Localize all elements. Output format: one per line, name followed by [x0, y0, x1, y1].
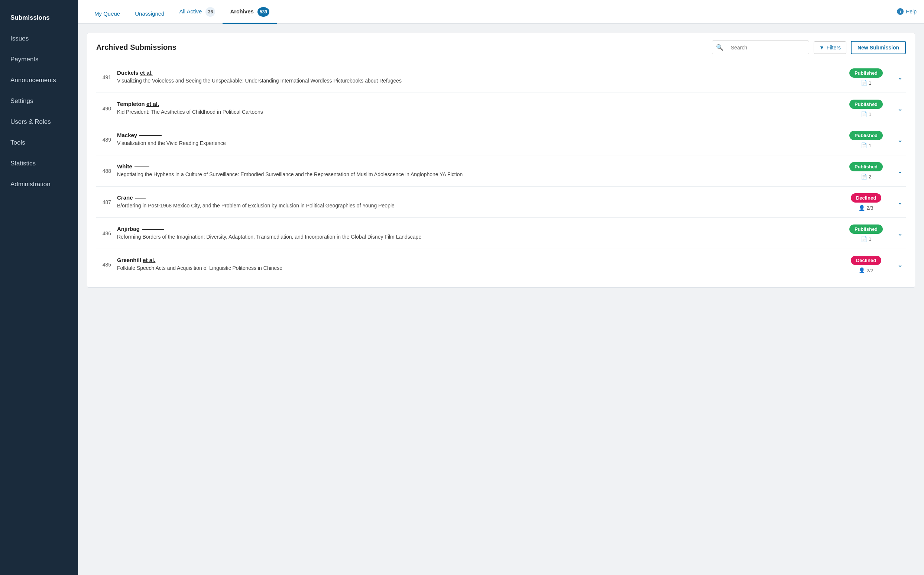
submission-content: AnjirbagReforming Borders of the Imagina…: [117, 226, 838, 241]
status-badge: Published: [850, 131, 883, 140]
submission-files: 📄1: [861, 142, 871, 148]
sidebar-item-users-roles[interactable]: Users & Roles: [0, 111, 78, 132]
filter-icon: ▼: [819, 44, 824, 51]
expand-chevron[interactable]: ⌄: [894, 72, 906, 83]
submissions-list: 491Duckels et al.Visualizing the Voicele…: [96, 62, 906, 280]
submission-author: Anjirbag: [117, 226, 838, 232]
submission-author: Greenhill et al.: [117, 257, 838, 263]
table-row: 487CraneB/ordering in Post-1968 Mexico C…: [96, 187, 906, 218]
search-icon: 🔍: [716, 44, 723, 51]
submission-author: White: [117, 163, 838, 170]
submission-number: 491: [96, 74, 111, 80]
submission-status: Published📄1: [844, 68, 888, 86]
files-count: 1: [869, 111, 871, 117]
sidebar-item-submissions[interactable]: Submissions: [0, 8, 78, 28]
status-badge: Published: [850, 162, 883, 172]
expand-chevron[interactable]: ⌄: [894, 103, 906, 114]
submission-number: 485: [96, 262, 111, 268]
submission-number: 489: [96, 137, 111, 143]
sidebar-item-issues[interactable]: Issues: [0, 28, 78, 49]
table-row: 485Greenhill et al.Folktale Speech Acts …: [96, 249, 906, 280]
tab-all-active[interactable]: All Active 36: [172, 1, 223, 24]
main-area: My Queue Unassigned All Active 36 Archiv…: [78, 0, 924, 575]
status-badge: Published: [850, 224, 883, 234]
submission-title: Negotiating the Hyphens in a Culture of …: [117, 171, 838, 178]
sidebar-item-statistics[interactable]: Statistics: [0, 153, 78, 174]
submission-status: Published📄1: [844, 224, 888, 242]
submission-content: WhiteNegotiating the Hyphens in a Cultur…: [117, 163, 838, 178]
table-row: 488WhiteNegotiating the Hyphens in a Cul…: [96, 156, 906, 187]
sidebar-item-administration[interactable]: Administration: [0, 174, 78, 195]
expand-chevron[interactable]: ⌄: [894, 197, 906, 208]
person-icon: 👤: [859, 205, 865, 211]
submissions-panel: Archived Submissions 🔍 ▼ Filters New Sub…: [87, 33, 915, 288]
status-badge: Declined: [851, 193, 881, 203]
table-row: 486AnjirbagReforming Borders of the Imag…: [96, 218, 906, 249]
expand-chevron[interactable]: ⌄: [894, 228, 906, 239]
submission-files: 📄1: [861, 111, 871, 117]
submission-author: Mackey: [117, 132, 838, 138]
submission-status: Published📄1: [844, 100, 888, 117]
tab-bar: My Queue Unassigned All Active 36 Archiv…: [78, 0, 924, 24]
submission-author: Templeton et al.: [117, 101, 838, 107]
submission-status: Declined👤2/3: [844, 193, 888, 211]
files-count: 1: [869, 237, 871, 242]
filters-button[interactable]: ▼ Filters: [814, 41, 846, 54]
submission-author: Crane: [117, 194, 838, 201]
submission-title: Folktale Speech Acts and Acquisition of …: [117, 265, 838, 272]
submission-files: 📄1: [861, 236, 871, 242]
status-badge: Published: [850, 100, 883, 109]
help-button[interactable]: i Help: [897, 8, 916, 15]
submission-number: 488: [96, 168, 111, 174]
submission-status: Published📄1: [844, 131, 888, 148]
submission-files: 📄1: [861, 80, 871, 86]
sidebar-item-tools[interactable]: Tools: [0, 132, 78, 153]
submission-title: Visualization and the Vivid Reading Expe…: [117, 140, 838, 147]
expand-chevron[interactable]: ⌄: [894, 259, 906, 270]
submission-title: Visualizing the Voiceless and Seeing the…: [117, 77, 838, 85]
person-icon: 👤: [859, 267, 865, 273]
document-icon: 📄: [861, 142, 867, 148]
submission-content: Duckels et al.Visualizing the Voiceless …: [117, 70, 838, 85]
expand-chevron[interactable]: ⌄: [894, 165, 906, 176]
sidebar: Submissions Issues Payments Announcement…: [0, 0, 78, 575]
sidebar-item-payments[interactable]: Payments: [0, 49, 78, 70]
search-icon-button[interactable]: 🔍: [712, 41, 727, 54]
files-count: 1: [869, 80, 871, 86]
panel-header: Archived Submissions 🔍 ▼ Filters New Sub…: [96, 41, 906, 54]
submission-content: Greenhill et al.Folktale Speech Acts and…: [117, 257, 838, 272]
submission-content: MackeyVisualization and the Vivid Readin…: [117, 132, 838, 147]
tab-my-queue[interactable]: My Queue: [87, 5, 127, 24]
submission-status: Declined👤2/2: [844, 256, 888, 273]
document-icon: 📄: [861, 173, 867, 179]
tab-archives[interactable]: Archives 539: [223, 1, 277, 24]
submission-title: Kid President: The Aesthetics of Childho…: [117, 108, 838, 116]
submission-content: Templeton et al.Kid President: The Aesth…: [117, 101, 838, 116]
submission-number: 486: [96, 230, 111, 237]
table-row: 489MackeyVisualization and the Vivid Rea…: [96, 124, 906, 156]
expand-chevron[interactable]: ⌄: [894, 134, 906, 145]
files-count: 2/3: [866, 205, 873, 211]
content-area: Archived Submissions 🔍 ▼ Filters New Sub…: [78, 24, 924, 575]
tab-unassigned[interactable]: Unassigned: [127, 5, 172, 24]
submission-status: Published📄2: [844, 162, 888, 179]
submission-content: CraneB/ordering in Post-1968 Mexico City…: [117, 194, 838, 210]
sidebar-item-settings[interactable]: Settings: [0, 91, 78, 111]
status-badge: Published: [850, 68, 883, 78]
search-input[interactable]: [727, 41, 809, 54]
table-row: 491Duckels et al.Visualizing the Voicele…: [96, 62, 906, 93]
status-badge: Declined: [851, 256, 881, 265]
submission-files: 📄2: [861, 173, 871, 179]
submission-files: 👤2/2: [859, 267, 873, 273]
all-active-badge: 36: [206, 7, 215, 17]
search-wrap: 🔍: [712, 41, 809, 54]
files-count: 2: [869, 174, 871, 179]
new-submission-button[interactable]: New Submission: [851, 41, 906, 54]
document-icon: 📄: [861, 236, 867, 242]
files-count: 2/2: [866, 268, 873, 273]
sidebar-item-announcements[interactable]: Announcements: [0, 70, 78, 91]
document-icon: 📄: [861, 80, 867, 86]
panel-title: Archived Submissions: [96, 43, 707, 52]
submission-title: Reforming Borders of the Imagination: Di…: [117, 233, 838, 241]
submission-title: B/ordering in Post-1968 Mexico City, and…: [117, 202, 838, 210]
